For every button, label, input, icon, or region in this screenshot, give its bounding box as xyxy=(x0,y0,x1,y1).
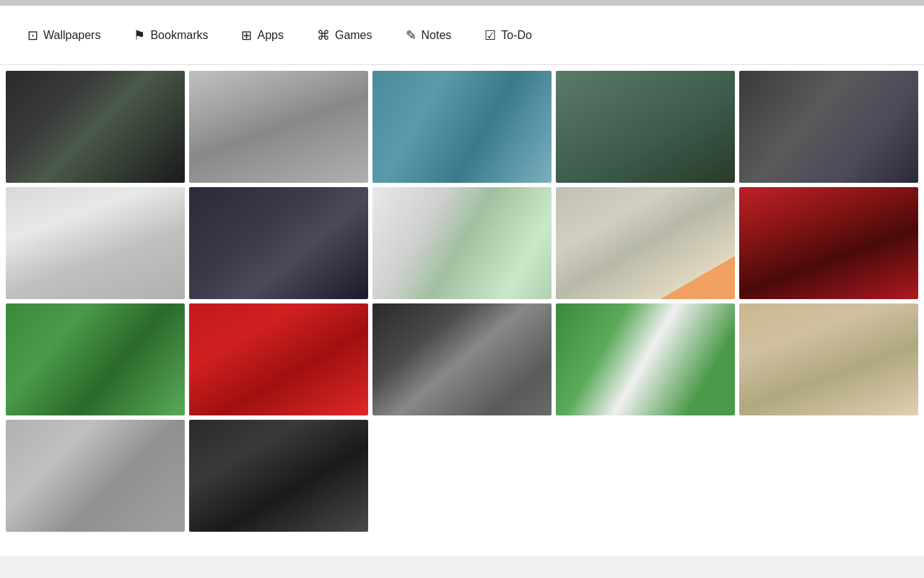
grid-image-item[interactable] xyxy=(556,71,735,183)
grid-image-item[interactable] xyxy=(6,303,185,415)
grid-image-item[interactable] xyxy=(6,187,185,299)
car-image xyxy=(6,187,185,299)
top-chrome xyxy=(0,0,924,6)
bottom-bar xyxy=(0,556,924,578)
grid-image-item[interactable] xyxy=(556,187,735,299)
nav-item-wallpapers[interactable]: ⊡Wallpapers xyxy=(14,23,113,48)
grid-image-item[interactable] xyxy=(6,71,185,183)
wallpapers-icon: ⊡ xyxy=(27,29,38,42)
car-image xyxy=(6,303,185,415)
grid-image-item[interactable] xyxy=(189,303,368,415)
bookmarks-label: Bookmarks xyxy=(150,29,208,42)
notes-icon: ✎ xyxy=(406,29,417,42)
nav-item-apps[interactable]: ⊞Apps xyxy=(228,23,296,48)
car-image xyxy=(372,187,552,299)
car-image xyxy=(189,303,368,415)
games-icon: ⌘ xyxy=(317,29,330,42)
grid-image-item[interactable] xyxy=(739,71,918,183)
nav-item-games[interactable]: ⌘Games xyxy=(304,23,385,48)
car-image xyxy=(739,71,918,183)
car-image xyxy=(189,420,368,532)
games-label: Games xyxy=(335,29,372,42)
car-image xyxy=(6,71,185,183)
car-image xyxy=(556,187,735,299)
grid-image-item[interactable] xyxy=(6,420,185,532)
nav-item-bookmarks[interactable]: ⚑Bookmarks xyxy=(121,23,221,48)
grid-image-item[interactable] xyxy=(189,187,368,299)
grid-image-item[interactable] xyxy=(372,71,552,183)
image-grid xyxy=(0,65,924,556)
todo-label: To-Do xyxy=(501,29,532,42)
car-image xyxy=(372,303,552,415)
grid-image-item[interactable] xyxy=(189,420,368,532)
grid-image-item[interactable] xyxy=(739,187,918,299)
grid-image-item[interactable] xyxy=(739,303,918,415)
car-image xyxy=(556,303,735,415)
grid-image-item[interactable] xyxy=(556,303,735,415)
app: ⊡Wallpapers⚑Bookmarks⊞Apps⌘Games✎Notes☑T… xyxy=(0,0,924,578)
notes-label: Notes xyxy=(422,29,452,42)
car-image xyxy=(739,303,918,415)
wallpapers-label: Wallpapers xyxy=(43,29,100,42)
grid-image-item[interactable] xyxy=(189,71,368,183)
navigation: ⊡Wallpapers⚑Bookmarks⊞Apps⌘Games✎Notes☑T… xyxy=(0,6,924,65)
nav-item-todo[interactable]: ☑To-Do xyxy=(471,23,545,48)
car-image xyxy=(189,71,368,183)
car-image xyxy=(372,71,552,183)
car-image xyxy=(189,187,368,299)
bookmarks-icon: ⚑ xyxy=(134,29,145,42)
car-image xyxy=(739,187,918,299)
grid-image-item[interactable] xyxy=(372,303,552,415)
todo-icon: ☑ xyxy=(484,29,496,42)
apps-icon: ⊞ xyxy=(241,29,252,42)
car-image xyxy=(6,420,185,532)
nav-item-notes[interactable]: ✎Notes xyxy=(393,23,465,48)
apps-label: Apps xyxy=(257,29,283,42)
car-image xyxy=(556,71,735,183)
grid-image-item[interactable] xyxy=(372,187,552,299)
